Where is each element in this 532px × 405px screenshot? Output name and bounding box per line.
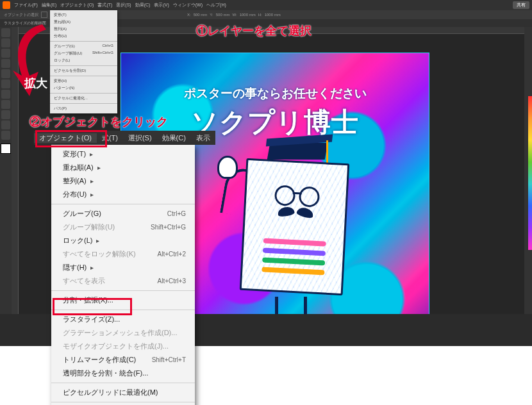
scale-tool-icon[interactable]: [1, 110, 10, 119]
submenu-item[interactable]: 変形(T): [50, 12, 117, 19]
menu-item[interactable]: 変形(T): [51, 147, 195, 161]
menu-item[interactable]: 整列(A): [51, 174, 195, 188]
x-label: X:: [187, 13, 191, 17]
x-value[interactable]: 500 mm: [194, 13, 208, 17]
object-dropdown[interactable]: 変形(T)重ね順(A)整列(A)分布(U)グループ(G)Ctrl+Gグループ解除…: [51, 145, 195, 405]
submenu-item[interactable]: グループ解除(U)Shift+Ctrl+G: [50, 50, 117, 57]
menu-edit[interactable]: 編集(E): [42, 2, 56, 8]
menu-item[interactable]: 隠す(H): [51, 261, 195, 274]
menu-item[interactable]: ロック(L): [51, 234, 195, 247]
enlarged-menu-view[interactable]: 表示: [191, 133, 215, 143]
annotation-2: ②オブジェクトをクリック: [29, 114, 168, 129]
menu-window[interactable]: ウィンドウ(W): [173, 2, 203, 8]
h-value[interactable]: 1000 mm: [265, 13, 281, 17]
submenu-item[interactable]: グループ(G)Ctrl+G: [50, 43, 117, 50]
submenu-item[interactable]: パス(P): [50, 105, 117, 112]
illustrator-window: ファイル(F) 編集(E) オブジェクト(O) 書式(T) 選択(S) 効果(C…: [0, 0, 532, 346]
control-label: オブジェクトの選択: [4, 12, 38, 18]
menu-help[interactable]: ヘルプ(H): [206, 2, 226, 8]
menu-item[interactable]: 重ね順(A): [51, 161, 195, 174]
submenu-item[interactable]: 重ね順(A): [50, 19, 117, 26]
fill-swatch-icon[interactable]: [41, 12, 47, 18]
menu-file[interactable]: ファイル(F): [14, 2, 38, 8]
menu-item: グラデーションメッシュを作成(D)...: [51, 326, 195, 340]
w-label: W:: [232, 13, 237, 17]
y-label: Y:: [210, 13, 213, 17]
menu-item[interactable]: 分布(U): [51, 188, 195, 201]
rotate-tool-icon[interactable]: [1, 100, 10, 109]
submenu-item[interactable]: パターン(N): [50, 85, 117, 92]
enlarged-menu-effect[interactable]: 効果(C): [157, 133, 191, 143]
menu-item[interactable]: グループ(G)Ctrl+G: [51, 207, 195, 220]
submenu-item[interactable]: ロック(L): [50, 57, 117, 64]
stripe-1: [263, 238, 326, 246]
eyedrop-tool-icon[interactable]: [1, 131, 10, 140]
submenu-item[interactable]: ピクセルに最適化...: [50, 95, 117, 102]
menu-view[interactable]: 表示(V): [154, 2, 169, 8]
highlight-box-object: [35, 130, 107, 147]
menu-effect[interactable]: 効果(C): [135, 2, 151, 8]
mascot-stripes: [262, 238, 326, 275]
home-icon[interactable]: [3, 1, 10, 9]
h-label: H:: [258, 13, 262, 17]
stripe-3: [262, 257, 325, 265]
menu-item: すべてをロック解除(K)Alt+Ctrl+2: [51, 247, 195, 261]
menu-item: すべてを表示Alt+Ctrl+3: [51, 274, 195, 288]
zoom-label: 拡大: [24, 76, 47, 91]
submenu-item[interactable]: ピクセルを分割(D): [50, 67, 117, 74]
annotation-1: ①レイヤーを全て選択: [196, 23, 312, 38]
gradient-tool-icon[interactable]: [1, 120, 10, 129]
stripe-4: [262, 267, 324, 275]
submenu-item[interactable]: 変形(H): [50, 78, 117, 85]
menu-bar: ファイル(F) 編集(E) オブジェクト(O) 書式(T) 選択(S) 効果(C…: [0, 0, 532, 10]
menu-item[interactable]: トリムマークを作成(C)Shift+Ctrl+T: [51, 353, 195, 367]
share-button[interactable]: 共有: [513, 1, 529, 9]
y-value[interactable]: 500 mm: [216, 13, 230, 17]
menu-object[interactable]: オブジェクト(O): [60, 2, 94, 8]
menu-type[interactable]: 書式(T): [97, 2, 112, 8]
menu-item[interactable]: ピクセルグリッドに最適化(M): [51, 386, 195, 399]
fill-stroke-icon[interactable]: [1, 144, 11, 154]
swatch-strip[interactable]: [528, 96, 532, 250]
object-submenu-small[interactable]: 変形(T)重ね順(A)整列(A)分布(U)グループ(G)Ctrl+Gグループ解除…: [50, 10, 117, 113]
w-value[interactable]: 1000 mm: [240, 13, 256, 17]
highlight-box-rasterize: [53, 298, 132, 315]
submenu-item[interactable]: 分布(U): [50, 33, 117, 40]
enlarged-menu-select[interactable]: 選択(S): [123, 133, 157, 143]
submenu-item[interactable]: 整列(A): [50, 26, 117, 33]
stripe-2: [263, 247, 326, 256]
menu-item: グループ解除(U)Shift+Ctrl+G: [51, 220, 195, 234]
menu-item[interactable]: 透明部分を分割・統合(F)...: [51, 367, 195, 380]
artwork-heading-1: ポスターの事ならお任せください: [121, 85, 429, 102]
menu-select[interactable]: 選択(S): [116, 2, 131, 8]
mascot-illustration: [198, 143, 352, 314]
menu-item: モザイクオブジェクトを作成(J)...: [51, 340, 195, 353]
